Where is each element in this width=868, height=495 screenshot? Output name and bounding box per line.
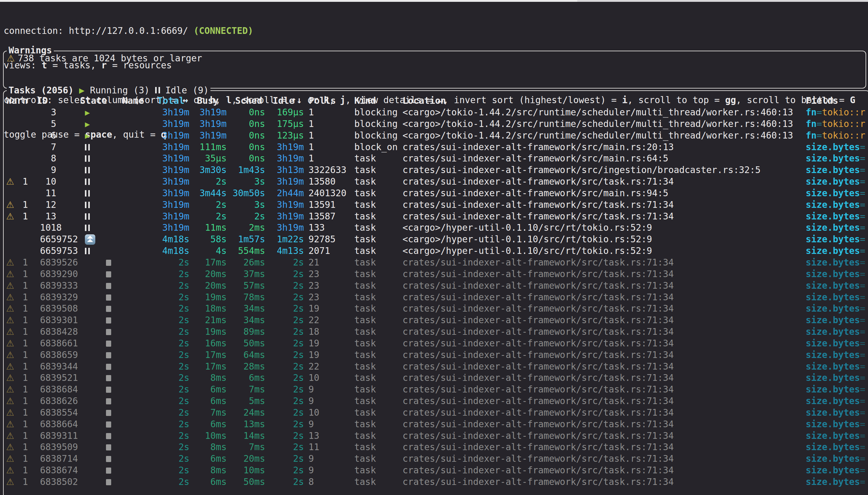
task-row[interactable]: 5▶3h19m3h19m0ns175µs1blocking<cargo>/tok… <box>4 118 868 130</box>
warn-count: 1 <box>17 338 28 348</box>
cell-polls: 3322633 <box>308 165 353 176</box>
warn-count: 1 <box>17 454 28 464</box>
task-row[interactable]: 73h19m111ms0ns3h19m1block_oncrates/sui-i… <box>4 142 868 153</box>
column-header-location[interactable]: Location <box>403 95 446 107</box>
column-header-fields[interactable]: Fields <box>806 95 838 107</box>
field-key: size.bytes <box>806 442 860 452</box>
cell-polls: 23 <box>308 269 353 280</box>
cell-sched: 6ms <box>222 372 265 384</box>
cell-total: 3h19m <box>144 130 189 142</box>
cell-state <box>85 476 121 488</box>
task-row[interactable]: ⚠ 168386612s16ms50ms2s19taskcrates/sui-i… <box>4 338 868 349</box>
task-row[interactable]: ⚠ 168385022s6ms50ms2s8taskcrates/sui-ind… <box>4 476 868 488</box>
task-row[interactable]: 66597524m18s58s1m57s1m22s92785task<cargo… <box>4 234 868 245</box>
task-row[interactable]: 93h19m3m30s1m43s3h13m3322633taskcrates/s… <box>4 165 868 176</box>
cell-sched: 14ms <box>222 430 265 442</box>
cell-idle: 2s <box>261 395 304 407</box>
cell-state: ▶ <box>85 107 121 118</box>
task-row[interactable]: ⚠ 168393332s20ms57ms2s23taskcrates/sui-i… <box>4 280 868 292</box>
task-row[interactable]: ⚠ 1 133h19m2s2s3h19m13587taskcrates/sui-… <box>4 211 868 222</box>
cell-total: 2s <box>144 372 189 384</box>
cell-idle: 2s <box>261 407 304 419</box>
column-header-kind[interactable]: Kind <box>354 95 376 107</box>
task-row[interactable]: ⚠ 168386262s6ms5ms2s9taskcrates/sui-inde… <box>4 395 868 407</box>
column-header-warn[interactable]: Warn <box>6 95 28 107</box>
column-header-total[interactable]: Total▾ <box>157 95 188 107</box>
task-row[interactable]: ⚠ 1 103h19m2s3s3h19m13580taskcrates/sui-… <box>4 176 868 188</box>
cell-kind: task <box>354 476 402 488</box>
task-row[interactable]: ⚠ 1 123h19m2s3s3h19m13591taskcrates/sui-… <box>4 199 868 211</box>
cell-state <box>85 465 121 477</box>
column-header-state[interactable]: State <box>80 95 107 107</box>
cell-busy: 58s <box>184 234 227 245</box>
column-header-sched[interactable]: Sched <box>235 95 262 107</box>
cell-polls: 9 <box>308 395 353 407</box>
task-row[interactable]: ⚠ 168393292s19ms78ms2s23taskcrates/sui-i… <box>4 292 868 303</box>
warn-count: 1 <box>17 350 28 360</box>
task-row[interactable]: ⚠ 168393442s17ms28ms2s22taskcrates/sui-i… <box>4 361 868 373</box>
cell-sched: 78ms <box>222 292 265 303</box>
task-row[interactable]: ⚠ 168392902s20ms37ms2s23taskcrates/sui-i… <box>4 269 868 280</box>
cell-sched: 24ms <box>222 407 265 419</box>
cell-idle: 2s <box>261 314 304 326</box>
task-row[interactable]: 113h19m3m44s30m50s2h44m2401320taskcrates… <box>4 188 868 199</box>
task-row[interactable]: ⚠ 168386592s17ms64ms2s19taskcrates/sui-i… <box>4 349 868 361</box>
warning-triangle-icon: ⚠ <box>6 419 17 430</box>
state-completed-icon <box>106 479 111 485</box>
connection-line: connection: http://127.0.0.1:6669/ (CONN… <box>4 25 855 37</box>
column-header-polls[interactable]: Polls <box>309 95 336 107</box>
task-row[interactable]: 83h19m35µs0ns3h19m1taskcrates/sui-indexe… <box>4 153 868 165</box>
cell-idle: 2s <box>261 349 304 361</box>
task-row[interactable]: 3▶3h19m3h19m0ns169µs1blocking<cargo>/tok… <box>4 107 868 118</box>
task-row[interactable]: 6▶3h19m3h19m0ns123µs1blocking<cargo>/tok… <box>4 130 868 142</box>
state-idle-icon <box>85 178 90 185</box>
cell-fields: size.bytes= <box>806 361 868 373</box>
task-row[interactable]: ⚠ 168385542s7ms24ms2s10taskcrates/sui-in… <box>4 407 868 419</box>
cell-total: 2s <box>144 465 189 476</box>
cell-polls: 1 <box>308 142 353 153</box>
cell-state <box>85 338 121 350</box>
cell-fields: size.bytes= <box>806 142 868 153</box>
warn-count: 1 <box>17 211 28 222</box>
field-key: size.bytes <box>806 142 860 152</box>
cell-kind: task <box>354 453 402 465</box>
state-completed-icon <box>106 260 111 266</box>
cell-id: 5 <box>40 118 86 130</box>
task-row[interactable]: ⚠ 168384282s19ms89ms2s18taskcrates/sui-i… <box>4 326 868 338</box>
column-header-busy[interactable]: Busy <box>197 95 219 107</box>
task-row[interactable]: ⚠ 168393012s21ms34ms2s22taskcrates/sui-i… <box>4 314 868 326</box>
cell-kind: task <box>354 245 402 257</box>
task-row[interactable]: 10183h19m11ms2ms3h19m133task<cargo>/hype… <box>4 222 868 234</box>
warning-triangle-icon: ⚠ <box>6 199 17 211</box>
column-header-idle[interactable]: Idle <box>273 95 295 107</box>
task-row[interactable]: ⚠ 168395262s17ms26ms2s21taskcrates/sui-i… <box>4 257 868 269</box>
task-row[interactable]: ⚠ 168386842s6ms7ms2s9taskcrates/sui-inde… <box>4 384 868 395</box>
task-row[interactable]: ⚠ 168387142s6ms20ms2s9taskcrates/sui-ind… <box>4 453 868 465</box>
cell-kind: block_on <box>354 142 402 153</box>
task-row[interactable]: ⚠ 168386742s8ms10ms2s9taskcrates/sui-ind… <box>4 465 868 476</box>
task-row[interactable]: ⚠ 168393112s10ms14ms2s13taskcrates/sui-i… <box>4 430 868 442</box>
field-key: fn <box>806 130 817 141</box>
cell-polls: 19 <box>308 349 353 361</box>
warning-item: ⚠738 tasks are 1024 bytes or larger <box>7 53 202 64</box>
warn-count: 1 <box>17 200 28 210</box>
column-header-name[interactable]: Name <box>122 95 144 107</box>
column-header-id[interactable]: ID <box>37 95 48 107</box>
warning-triangle-icon: ⚠ <box>6 453 17 465</box>
warn-count: 1 <box>17 361 28 372</box>
task-row[interactable]: ⚠ 168395092s8ms7ms2s11taskcrates/sui-ind… <box>4 442 868 453</box>
task-row[interactable]: ⚠ 168386642s6ms13ms2s9taskcrates/sui-ind… <box>4 419 868 430</box>
cell-total: 2s <box>144 338 189 349</box>
cell-sched: 5ms <box>222 395 265 407</box>
cell-idle: 3h19m <box>261 199 304 211</box>
task-row[interactable]: ⚠ 168395212s8ms6ms2s10taskcrates/sui-ind… <box>4 372 868 384</box>
warn-count: 1 <box>17 431 28 441</box>
cell-sched: 37ms <box>222 269 265 280</box>
cell-total: 2s <box>144 419 189 430</box>
cell-busy: 111ms <box>184 142 227 153</box>
cell-sched: 0ns <box>222 107 265 118</box>
task-row[interactable]: 66597534m18s4s554ms4m13s2071task<cargo>/… <box>4 245 868 257</box>
task-row[interactable]: ⚠ 168395082s18ms34ms2s19taskcrates/sui-i… <box>4 303 868 314</box>
cell-state: ▶ <box>85 118 121 130</box>
cell-polls: 9 <box>308 465 353 476</box>
